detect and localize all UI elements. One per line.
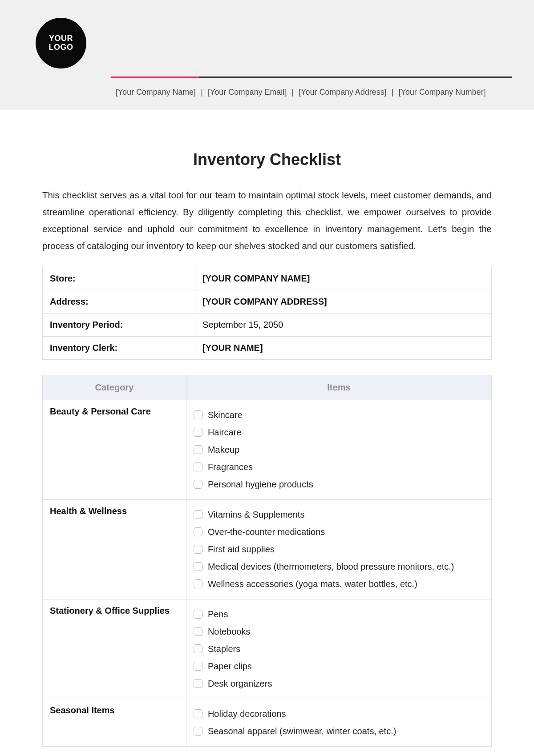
logo-text-line2: LOGO bbox=[49, 43, 73, 52]
info-label: Inventory Clerk: bbox=[43, 336, 195, 359]
list-item: Vitamins & Supplements bbox=[194, 506, 484, 523]
company-info-line: [Your Company Name] | [Your Company Emai… bbox=[116, 88, 512, 97]
item-label: Paper clips bbox=[208, 659, 252, 673]
info-row: Inventory Period:September 15, 2050 bbox=[43, 313, 492, 336]
separator: | bbox=[201, 88, 203, 97]
item-label: Staplers bbox=[208, 642, 240, 656]
list-item: Holiday decorations bbox=[194, 705, 484, 723]
checkbox-icon[interactable] bbox=[194, 610, 202, 619]
col-header-category: Category bbox=[43, 375, 186, 400]
checkbox-icon[interactable] bbox=[194, 527, 202, 536]
info-value: [YOUR COMPANY NAME] bbox=[195, 267, 492, 290]
checkbox-icon[interactable] bbox=[194, 410, 202, 419]
item-label: Makeup bbox=[208, 443, 239, 457]
item-label: Medical devices (thermometers, blood pre… bbox=[208, 560, 454, 574]
item-label: Skincare bbox=[208, 408, 243, 422]
checkbox-icon[interactable] bbox=[194, 462, 202, 471]
info-row: Store:[YOUR COMPANY NAME] bbox=[43, 267, 492, 290]
item-label: Vitamins & Supplements bbox=[208, 508, 305, 522]
list-item: Desk organizers bbox=[194, 675, 484, 692]
item-label: Fragrances bbox=[208, 460, 253, 474]
company-address: [Your Company Address] bbox=[299, 88, 386, 97]
list-item: Medical devices (thermometers, blood pre… bbox=[194, 558, 484, 575]
info-row: Inventory Clerk:[YOUR NAME] bbox=[43, 336, 492, 359]
checkbox-icon[interactable] bbox=[194, 545, 202, 554]
items-cell: SkincareHaircareMakeupFragrancesPersonal… bbox=[186, 400, 491, 499]
category-cell: Stationery & Office Supplies bbox=[43, 599, 186, 699]
category-cell: Health & Wellness bbox=[43, 499, 186, 599]
list-item: Seasonal apparel (swimwear, winter coats… bbox=[194, 723, 484, 740]
checkbox-icon[interactable] bbox=[194, 562, 202, 571]
list-item: Personal hygiene products bbox=[194, 476, 484, 493]
list-item: Staplers bbox=[194, 640, 484, 658]
list-item: Haircare bbox=[194, 424, 484, 441]
list-item: Over-the-counter medications bbox=[194, 523, 484, 541]
list-item: Wellness accessories (yoga mats, water b… bbox=[194, 575, 484, 593]
item-label: Wellness accessories (yoga mats, water b… bbox=[208, 577, 417, 591]
item-label: First aid supplies bbox=[208, 543, 275, 556]
table-row: Health & WellnessVitamins & SupplementsO… bbox=[43, 499, 492, 599]
logo-placeholder: YOUR LOGO bbox=[36, 18, 86, 68]
info-row: Address:[YOUR COMPANY ADDRESS] bbox=[43, 290, 492, 313]
item-label: Personal hygiene products bbox=[208, 478, 313, 491]
list-item: Pens bbox=[194, 606, 484, 623]
info-label: Inventory Period: bbox=[43, 313, 195, 336]
page-title: Inventory Checklist bbox=[42, 150, 492, 169]
list-item: Paper clips bbox=[194, 658, 484, 675]
checkbox-icon[interactable] bbox=[194, 679, 202, 688]
list-item: Makeup bbox=[194, 441, 484, 458]
checkbox-icon[interactable] bbox=[194, 428, 202, 437]
accent-rule bbox=[111, 76, 199, 78]
item-label: Pens bbox=[208, 607, 228, 621]
item-label: Seasonal apparel (swimwear, winter coats… bbox=[208, 724, 396, 738]
items-table: Category Items Beauty & Personal CareSki… bbox=[42, 375, 492, 747]
info-value: [YOUR NAME] bbox=[195, 336, 492, 359]
list-item: First aid supplies bbox=[194, 541, 484, 558]
checkbox-icon[interactable] bbox=[194, 579, 202, 588]
item-label: Notebooks bbox=[208, 625, 251, 639]
logo-text-line1: YOUR bbox=[49, 34, 73, 43]
company-name: [Your Company Name] bbox=[116, 88, 196, 97]
separator: | bbox=[392, 88, 394, 97]
main-rule bbox=[199, 76, 512, 78]
item-label: Desk organizers bbox=[208, 677, 272, 691]
info-table: Store:[YOUR COMPANY NAME]Address:[YOUR C… bbox=[42, 267, 492, 360]
table-row: Stationery & Office SuppliesPensNotebook… bbox=[43, 599, 492, 699]
separator: | bbox=[292, 88, 294, 97]
items-cell: Holiday decorationsSeasonal apparel (swi… bbox=[186, 699, 491, 746]
col-header-items: Items bbox=[186, 375, 491, 400]
checkbox-icon[interactable] bbox=[194, 627, 202, 636]
item-label: Holiday decorations bbox=[208, 707, 286, 721]
checkbox-icon[interactable] bbox=[194, 727, 202, 736]
intro-paragraph: This checklist serves as a vital tool fo… bbox=[42, 187, 492, 254]
list-item: Fragrances bbox=[194, 458, 484, 476]
checkbox-icon[interactable] bbox=[194, 662, 202, 671]
checkbox-icon[interactable] bbox=[194, 445, 202, 454]
header-rule bbox=[111, 76, 512, 78]
checkbox-icon[interactable] bbox=[194, 510, 202, 519]
company-number: [Your Company Number] bbox=[399, 88, 486, 97]
item-label: Over-the-counter medications bbox=[208, 525, 325, 539]
info-label: Store: bbox=[43, 267, 195, 290]
checkbox-icon[interactable] bbox=[194, 644, 202, 653]
page-body: Inventory Checklist This checklist serve… bbox=[0, 110, 534, 756]
checkbox-icon[interactable] bbox=[194, 480, 202, 489]
category-cell: Beauty & Personal Care bbox=[43, 400, 186, 499]
info-label: Address: bbox=[43, 290, 195, 313]
info-value: September 15, 2050 bbox=[195, 313, 492, 336]
category-cell: Seasonal Items bbox=[43, 699, 186, 746]
item-label: Haircare bbox=[208, 426, 242, 439]
checkbox-icon[interactable] bbox=[194, 709, 202, 718]
list-item: Skincare bbox=[194, 406, 484, 424]
list-item: Notebooks bbox=[194, 623, 484, 640]
items-cell: PensNotebooksStaplersPaper clipsDesk org… bbox=[186, 599, 491, 699]
info-value: [YOUR COMPANY ADDRESS] bbox=[195, 290, 492, 313]
table-row: Seasonal ItemsHoliday decorationsSeasona… bbox=[43, 699, 492, 746]
header-band: YOUR LOGO [Your Company Name] | [Your Co… bbox=[0, 0, 534, 110]
table-row: Beauty & Personal CareSkincareHaircareMa… bbox=[43, 400, 492, 499]
items-cell: Vitamins & SupplementsOver-the-counter m… bbox=[186, 499, 491, 599]
company-email: [Your Company Email] bbox=[208, 88, 287, 97]
